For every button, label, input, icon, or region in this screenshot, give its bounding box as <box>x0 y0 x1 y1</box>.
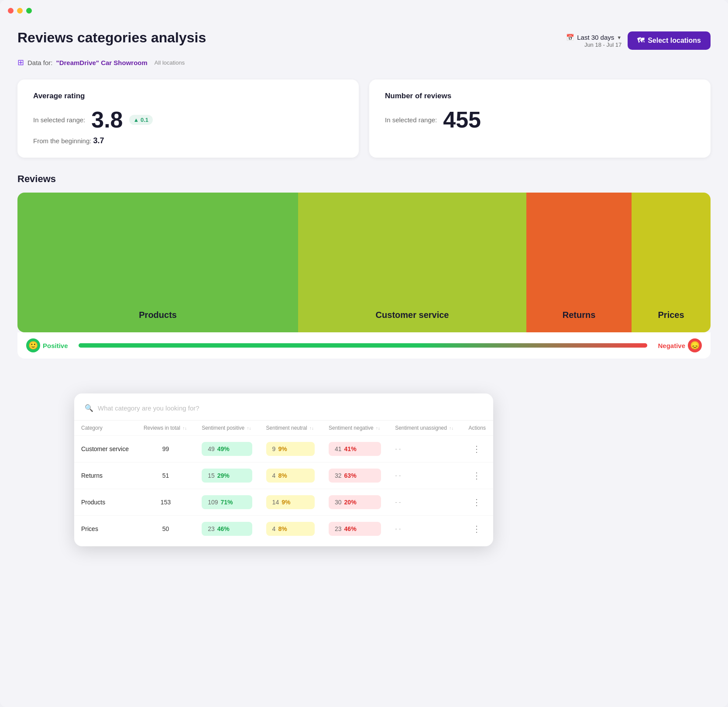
average-rating-value-row: In selected range: 3.8 ▲ 0.1 <box>33 108 343 131</box>
num-reviews-title: Number of reviews <box>385 92 695 100</box>
col-negative[interactable]: Sentiment negative ↑↓ <box>322 421 388 436</box>
cell-neutral: 4 8% <box>259 462 322 489</box>
col-actions: Actions <box>462 421 493 436</box>
sentiment-bar-row: 🙂 Positive Negative 😞 <box>17 332 711 359</box>
search-row: 🔍 What category are you looking for? <box>74 404 493 421</box>
sentiment-gradient-bar <box>79 343 648 348</box>
table-container: Category Reviews in total ↑↓ Sentiment p… <box>74 421 493 542</box>
table-row: Customer service 99 49 49% 9 9% 41 41% -… <box>74 436 493 462</box>
cell-positive: 15 29% <box>195 462 259 489</box>
cell-negative: 32 63% <box>322 462 388 489</box>
sort-icon: ↑↓ <box>449 426 453 431</box>
positive-sentiment: 🙂 Positive <box>26 338 68 352</box>
cell-negative: 41 41% <box>322 436 388 462</box>
cell-unassigned: - - <box>388 436 461 462</box>
sort-icon: ↑↓ <box>376 426 380 431</box>
select-locations-button[interactable]: 🗺 Select locations <box>628 31 711 50</box>
cell-actions[interactable]: ⋮ <box>462 462 493 489</box>
grid-icon: ⊞ <box>17 58 24 67</box>
close-btn[interactable] <box>8 8 14 14</box>
in-selected-range-label: In selected range: <box>33 116 85 124</box>
average-rating-title: Average rating <box>33 92 343 100</box>
treemap-label-prices: Prices <box>658 310 684 320</box>
from-beginning-value: 3.7 <box>93 136 104 145</box>
data-for-row: ⊞ Data for: "DreamDrive" Car Showroom Al… <box>17 58 711 67</box>
rating-badge: ▲ 0.1 <box>129 115 153 125</box>
actions-button[interactable]: ⋮ <box>469 524 484 534</box>
actions-button[interactable]: ⋮ <box>469 470 484 481</box>
data-for-label: Data for: <box>27 59 53 66</box>
metrics-row: Average rating In selected range: 3.8 ▲ … <box>17 79 711 158</box>
categories-table: Category Reviews in total ↑↓ Sentiment p… <box>74 421 493 542</box>
data-for-name: "DreamDrive" Car Showroom <box>56 59 148 66</box>
page-title: Reviews categories analysis <box>17 30 206 46</box>
cell-negative: 30 20% <box>322 489 388 516</box>
cell-category: Products <box>74 489 137 516</box>
col-total[interactable]: Reviews in total ↑↓ <box>137 421 195 436</box>
num-reviews-value: 455 <box>443 108 481 131</box>
page-header: Reviews categories analysis 📅 Last 30 da… <box>17 30 711 50</box>
search-placeholder: What category are you looking for? <box>98 404 199 412</box>
treemap: Products Customer service Returns Prices <box>17 193 711 332</box>
cell-positive: 109 71% <box>195 489 259 516</box>
sort-icon: ↑↓ <box>182 426 187 431</box>
app-window: Reviews categories analysis 📅 Last 30 da… <box>0 0 728 707</box>
data-for-sub: All locations <box>155 59 185 66</box>
col-positive[interactable]: Sentiment positive ↑↓ <box>195 421 259 436</box>
table-row: Prices 50 23 46% 4 8% 23 46% - - ⋮ <box>74 516 493 542</box>
cell-neutral: 14 9% <box>259 489 322 516</box>
smiley-negative-icon: 😞 <box>688 338 702 352</box>
badge-value: ▲ 0.1 <box>134 117 149 123</box>
header-right: 📅 Last 30 days ▼ Jun 18 - Jul 17 🗺 Selec… <box>566 31 711 50</box>
select-locations-label: Select locations <box>648 37 701 45</box>
caret-icon: ▼ <box>617 35 622 40</box>
positive-label: Positive <box>43 342 68 349</box>
col-category: Category <box>74 421 137 436</box>
cell-unassigned: - - <box>388 462 461 489</box>
cell-unassigned: - - <box>388 489 461 516</box>
num-reviews-value-row: In selected range: 455 <box>385 108 695 131</box>
cell-unassigned: - - <box>388 516 461 542</box>
treemap-cell-prices[interactable]: Prices <box>632 193 711 332</box>
cell-total: 50 <box>137 516 195 542</box>
actions-button[interactable]: ⋮ <box>469 497 484 507</box>
sort-icon: ↑↓ <box>309 426 314 431</box>
cell-neutral: 9 9% <box>259 436 322 462</box>
main-content: Reviews categories analysis 📅 Last 30 da… <box>0 21 728 376</box>
treemap-cell-customer-service[interactable]: Customer service <box>298 193 526 332</box>
popup-overlay: 🔍 What category are you looking for? Cat… <box>74 393 493 546</box>
cell-category: Customer service <box>74 436 137 462</box>
date-range-button[interactable]: 📅 Last 30 days ▼ <box>566 34 622 41</box>
treemap-cell-products[interactable]: Products <box>17 193 298 332</box>
treemap-label-customer-service: Customer service <box>376 310 449 320</box>
reviews-section-title: Reviews <box>17 173 711 185</box>
cell-actions[interactable]: ⋮ <box>462 436 493 462</box>
number-of-reviews-card: Number of reviews In selected range: 455 <box>369 79 711 158</box>
table-row: Returns 51 15 29% 4 8% 32 63% - - ⋮ <box>74 462 493 489</box>
treemap-cell-returns[interactable]: Returns <box>526 193 632 332</box>
col-neutral[interactable]: Sentiment neutral ↑↓ <box>259 421 322 436</box>
average-rating-value: 3.8 <box>91 108 123 131</box>
smiley-positive-icon: 🙂 <box>26 338 40 352</box>
cell-actions[interactable]: ⋮ <box>462 489 493 516</box>
from-beginning-label: From the beginning: <box>33 137 91 145</box>
maximize-btn[interactable] <box>26 8 32 14</box>
cell-category: Returns <box>74 462 137 489</box>
cell-category: Prices <box>74 516 137 542</box>
from-beginning-row: From the beginning: 3.7 <box>33 136 343 145</box>
actions-button[interactable]: ⋮ <box>469 444 484 454</box>
cell-total: 99 <box>137 436 195 462</box>
cell-total: 153 <box>137 489 195 516</box>
table-row: Products 153 109 71% 14 9% 30 20% - - ⋮ <box>74 489 493 516</box>
sort-icon: ↑↓ <box>247 426 251 431</box>
average-rating-card: Average rating In selected range: 3.8 ▲ … <box>17 79 359 158</box>
cell-actions[interactable]: ⋮ <box>462 516 493 542</box>
col-unassigned[interactable]: Sentiment unassigned ↑↓ <box>388 421 461 436</box>
cell-neutral: 4 8% <box>259 516 322 542</box>
negative-label: Negative <box>658 342 685 349</box>
minimize-btn[interactable] <box>17 8 23 14</box>
num-reviews-in-range-label: In selected range: <box>385 116 437 124</box>
cell-negative: 23 46% <box>322 516 388 542</box>
treemap-label-products: Products <box>139 310 177 320</box>
treemap-and-sentiment: Products Customer service Returns Prices… <box>17 193 711 359</box>
